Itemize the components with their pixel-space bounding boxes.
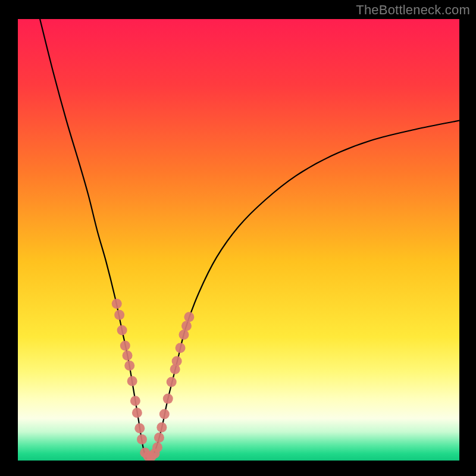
data-point bbox=[114, 310, 124, 320]
data-point bbox=[159, 409, 170, 419]
data-point bbox=[112, 299, 122, 309]
plot-area bbox=[18, 19, 459, 461]
watermark-text: TheBottleneck.com bbox=[356, 2, 470, 18]
data-point bbox=[154, 433, 164, 443]
data-point bbox=[127, 376, 137, 386]
chart-background bbox=[18, 19, 459, 461]
chart-svg bbox=[18, 19, 459, 461]
data-point bbox=[130, 396, 140, 406]
data-point bbox=[152, 442, 162, 452]
data-point bbox=[137, 434, 147, 444]
data-point bbox=[176, 343, 186, 353]
data-point bbox=[134, 423, 145, 433]
data-point bbox=[117, 325, 127, 336]
data-point bbox=[123, 350, 133, 361]
data-point bbox=[156, 422, 167, 433]
data-point bbox=[132, 408, 142, 418]
data-point bbox=[167, 377, 177, 387]
data-point bbox=[163, 394, 173, 404]
data-point bbox=[181, 321, 192, 331]
data-point bbox=[120, 341, 130, 351]
data-point bbox=[172, 356, 182, 367]
chart-frame: TheBottleneck.com bbox=[0, 0, 476, 476]
data-point bbox=[184, 312, 194, 322]
data-point bbox=[124, 361, 134, 371]
data-point bbox=[178, 330, 189, 340]
